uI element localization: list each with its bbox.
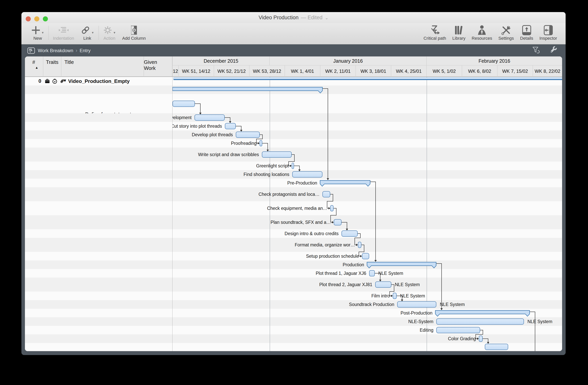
details-button[interactable]: Details — [517, 23, 536, 44]
indentation-button[interactable]: Indentation — [50, 23, 77, 44]
action-button[interactable]: ▼Action — [100, 23, 119, 44]
milestone-task-bar[interactable] — [330, 205, 334, 211]
briefcase-icon — [44, 78, 50, 84]
critical-path-button[interactable]: Critical path — [420, 23, 449, 44]
breadcrumb-mode[interactable]: Entry — [80, 48, 90, 53]
month-header: December 2015 — [172, 57, 270, 65]
task-bar[interactable] — [397, 301, 436, 307]
milestone-task-bar[interactable] — [479, 336, 483, 342]
content-sheet: # ▲ Traits Title Given Work December 201… — [25, 57, 562, 351]
library-button[interactable]: Library — [449, 23, 468, 44]
task-bar[interactable] — [194, 114, 225, 121]
critical-path-icon — [429, 25, 441, 35]
summary-bar[interactable] — [320, 180, 371, 187]
sort-ascending-icon[interactable]: ▲ — [35, 66, 38, 70]
bar-left-label: Post-Production — [400, 310, 432, 316]
resource-label: NLE System — [400, 293, 425, 299]
resources-button[interactable]: Resources — [469, 23, 495, 44]
column-header-given-work[interactable]: Given Work — [144, 57, 172, 77]
bar-left-label: Soundtrack Production — [349, 302, 394, 307]
milestone-task-bar[interactable] — [393, 293, 397, 299]
task-bar[interactable] — [262, 151, 292, 158]
task-bar[interactable] — [362, 253, 369, 259]
bar-left-label: Write script and draw scribbles — [198, 152, 259, 158]
bar-left-label: NLE-System — [408, 319, 433, 324]
timeline-weeks-header: 12WK 51, 14/12WK 52, 21/12WK 53, 28/12WK… — [172, 65, 562, 77]
column-header-num[interactable]: # ▲ — [25, 57, 43, 77]
bar-left-label: Plot thread 2, Jaguar XJ81 — [319, 282, 372, 287]
task-bar[interactable] — [334, 219, 341, 225]
bar-left-label: Production — [343, 262, 364, 268]
bar-left-label: Setup production schedule — [306, 253, 359, 259]
task-bar[interactable] — [322, 191, 330, 197]
summary-bar[interactable] — [172, 87, 323, 94]
view-bar: Work Breakdown › Entry — [21, 44, 566, 57]
column-header-title[interactable]: Title — [61, 57, 144, 77]
new-button[interactable]: ▼New — [28, 23, 47, 44]
task-bar[interactable] — [375, 282, 391, 288]
add-column-button[interactable]: Add Column — [119, 23, 149, 44]
week-header: WK 2, 11/01 — [320, 65, 356, 77]
milestone-task-bar[interactable] — [358, 242, 361, 248]
task-bar[interactable] — [292, 171, 322, 178]
project-summary-bar[interactable] — [173, 78, 562, 80]
column-header-traits[interactable]: Traits — [43, 57, 61, 77]
task-bar[interactable] — [436, 327, 480, 333]
new-icon: ▼ — [31, 25, 44, 35]
breadcrumb-view[interactable]: Work Breakdown — [38, 48, 73, 53]
summary-bar[interactable] — [435, 310, 530, 317]
milestone-task-bar[interactable] — [369, 270, 375, 276]
settings-button[interactable]: Settings — [495, 23, 517, 44]
window-bottom-frame — [21, 351, 566, 355]
task-bar[interactable] — [436, 318, 524, 325]
toolbar-label: Library — [452, 36, 465, 41]
week-header: WK 8, 22/02 — [533, 65, 562, 77]
toolbar-label: New — [33, 36, 42, 41]
link-icon: ▼ — [80, 25, 94, 35]
disclosure-triangle[interactable]: ▼ — [63, 78, 67, 83]
week-header: WK 5, 1/02 — [426, 65, 462, 77]
week-header: WK 6, 8/02 — [462, 65, 497, 77]
toolbar-label: Action — [103, 36, 115, 41]
task-bar[interactable] — [172, 101, 195, 107]
task-bar[interactable] — [485, 344, 508, 350]
toolbar-separator — [48, 26, 49, 40]
toolbar-label: Resources — [472, 36, 492, 41]
indentation-icon — [57, 25, 70, 35]
title-chevron-icon[interactable]: ⌄ — [325, 15, 328, 20]
clock-icon — [52, 78, 58, 84]
inspector-icon — [543, 25, 554, 35]
link-button[interactable]: ▼Link — [77, 23, 97, 44]
bar-left-label: Editing — [420, 327, 433, 333]
inspector-button[interactable]: Inspector — [536, 23, 560, 44]
milestone-task-bar[interactable] — [292, 163, 294, 169]
toolbar-left-group: ▼NewIndentation▼Link▼ActionAdd Column — [21, 23, 149, 44]
bar-left-label: Proofreading — [231, 140, 257, 146]
toolbar-label: Critical path — [423, 36, 446, 41]
milestone-task-bar[interactable] — [260, 140, 262, 146]
week-header: WK 51, 14/12 — [178, 65, 214, 77]
task-bar[interactable] — [236, 132, 260, 138]
bar-left-label: Story Development — [172, 115, 191, 121]
wrench-icon[interactable] — [549, 46, 558, 55]
screenshot-stage: Video Production — Edited ⌄ ▼NewIndentat… — [0, 0, 588, 385]
row-number: 0 — [25, 78, 41, 84]
table-header: # ▲ Traits Title Given Work December 201… — [25, 57, 562, 77]
toolbar-label: Indentation — [53, 36, 74, 41]
breadcrumb-separator: › — [76, 47, 77, 54]
bar-left-label: Plot thread 1, Jaguar XJ6 — [315, 270, 366, 276]
title-bar: Video Production — Edited ⌄ — [21, 12, 566, 23]
task-bar[interactable] — [225, 123, 236, 129]
week-header: WK 4, 25/01 — [391, 65, 426, 77]
resource-label: NLE System — [395, 282, 420, 287]
bar-left-label: Format media, organize wor… — [295, 242, 355, 248]
summary-bar[interactable] — [367, 262, 437, 269]
week-header: WK 3, 18/01 — [356, 65, 391, 77]
app-window: Video Production — Edited ⌄ ▼NewIndentat… — [21, 12, 566, 355]
task-bar[interactable] — [341, 230, 358, 237]
bar-left-label: Design intro & outro credits — [285, 231, 338, 237]
filter-icon[interactable] — [532, 46, 540, 55]
bar-left-label: Film intro — [371, 293, 390, 299]
document-edited-state: — Edited — [301, 15, 322, 21]
toolbar: ▼NewIndentation▼Link▼ActionAdd Column Cr… — [21, 23, 566, 44]
